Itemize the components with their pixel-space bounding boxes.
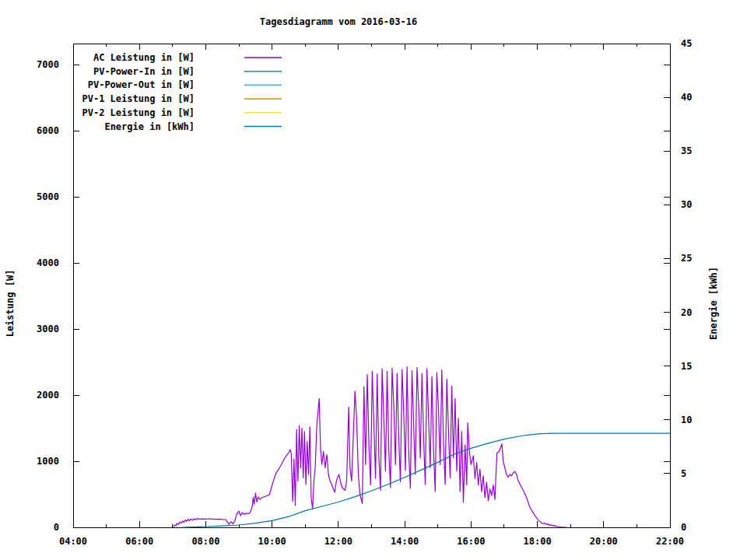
y-right-tick-label: 0	[681, 522, 686, 533]
x-tick-label: 06:00	[125, 536, 153, 547]
x-tick-label: 22:00	[656, 536, 684, 547]
y-right-tick-label: 45	[681, 38, 692, 49]
legend-label: Energie in [kWh]	[104, 121, 195, 132]
chart-series	[174, 367, 670, 528]
y-right-tick-label: 35	[681, 145, 692, 156]
y-right-tick-label: 30	[681, 199, 692, 210]
y-left-tick-label: 6000	[37, 125, 59, 136]
y-right-tick-label: 5	[681, 468, 686, 479]
y-left-tick-label: 5000	[37, 191, 59, 202]
x-tick-label: 08:00	[191, 536, 219, 547]
x-tick-label: 04:00	[59, 536, 87, 547]
plot-canvas: Tagesdiagramm vom 2016-03-16 Leistung [W…	[0, 0, 747, 560]
y-left-tick-label: 3000	[37, 324, 59, 334]
y-left-axis-label: Leistung [W]	[5, 270, 16, 338]
y-right-tick-label: 15	[681, 361, 692, 372]
series-ac-leistung-in-w	[174, 367, 566, 528]
y-right-tick-label: 25	[681, 253, 692, 264]
y-left-tick-label: 1000	[37, 456, 59, 467]
legend-item: PV-2 Leistung in [W]	[82, 107, 282, 118]
y-right-tick-label: 40	[681, 92, 692, 103]
y-right-tick-label: 20	[681, 307, 692, 318]
y-left-tick-label: 4000	[37, 257, 59, 268]
legend-item: AC Leistung in [W]	[93, 52, 282, 63]
x-tick-label: 10:00	[258, 536, 286, 547]
legend-label: PV-Power-In in [W]	[93, 66, 195, 77]
legend-item: PV-Power-In in [W]	[93, 66, 282, 77]
y-left-tick-label: 0	[54, 522, 59, 533]
legend-label: PV-2 Leistung in [W]	[82, 107, 195, 118]
chart-legend: AC Leistung in [W]PV-Power-In in [W]PV-P…	[82, 52, 282, 132]
legend-label: AC Leistung in [W]	[93, 52, 195, 63]
x-tick-label: 12:00	[324, 536, 352, 547]
y-left-tick-label: 7000	[37, 59, 59, 70]
legend-item: PV-Power-Out in [W]	[88, 79, 282, 90]
y-right-tick-label: 10	[681, 415, 692, 425]
x-tick-label: 18:00	[523, 536, 551, 547]
legend-label: PV-Power-Out in [W]	[88, 79, 195, 90]
legend-item: Energie in [kWh]	[104, 121, 282, 132]
legend-label: PV-1 Leistung in [W]	[82, 93, 195, 104]
y-left-tick-label: 2000	[37, 390, 59, 401]
chart-title: Tagesdiagramm vom 2016-03-16	[260, 16, 417, 27]
x-tick-label: 16:00	[457, 536, 485, 547]
x-tick-label: 14:00	[391, 536, 419, 547]
x-tick-label: 20:00	[590, 536, 618, 547]
y-right-axis-label: Energie [kWh]	[708, 267, 719, 340]
tagesdiagramm-chart: Tagesdiagramm vom 2016-03-16 Leistung [W…	[0, 0, 747, 560]
legend-item: PV-1 Leistung in [W]	[82, 93, 282, 104]
